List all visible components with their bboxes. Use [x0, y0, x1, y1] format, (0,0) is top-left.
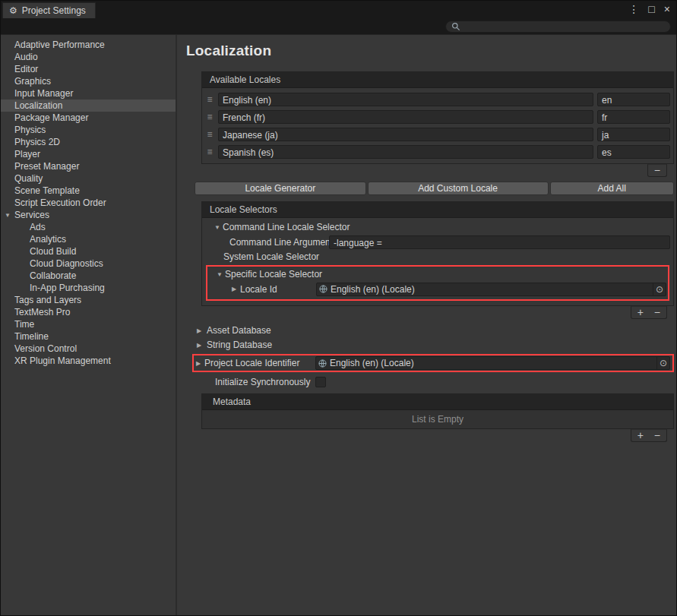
sidebar-item-label: Version Control	[14, 343, 77, 354]
sidebar-item-label: Tags and Layers	[14, 295, 81, 305]
kebab-menu-icon[interactable]: ⋮	[628, 2, 639, 16]
sidebar-item-tags-and-layers[interactable]: Tags and Layers	[1, 294, 176, 306]
titlebar: ⚙ Project Settings ⋮ □ ×	[1, 1, 676, 18]
chevron-right-icon[interactable]: ▶	[196, 360, 204, 367]
sidebar-item-adaptive-performance[interactable]: Adaptive Performance	[1, 39, 176, 51]
drag-handle-icon[interactable]: ≡	[205, 94, 214, 105]
sidebar-item-cloud-diagnostics[interactable]: Cloud Diagnostics	[1, 257, 176, 270]
locale-code-field[interactable]: fr	[597, 110, 670, 124]
locale-asset-icon	[318, 359, 327, 368]
drag-handle-icon[interactable]: ≡	[205, 129, 214, 140]
sidebar-item-in-app-purchasing[interactable]: In-App Purchasing	[1, 282, 176, 294]
close-icon[interactable]: ×	[664, 2, 670, 16]
locale-selectors-list: Locale Selectors ▼ Command Line Locale S…	[201, 201, 674, 306]
sidebar-item-package-manager[interactable]: Package Manager	[1, 112, 176, 124]
metadata-list: Metadata List is Empty	[201, 393, 674, 429]
sidebar-item-script-execution-order[interactable]: Script Execution Order	[1, 197, 176, 209]
tab-title: Project Settings	[22, 5, 86, 16]
locale-code-field[interactable]: ja	[597, 128, 670, 141]
command-line-argument-input[interactable]: -language =	[329, 235, 670, 249]
add-metadata-button[interactable]: +	[637, 430, 644, 441]
add-all-button[interactable]: Add All	[550, 182, 674, 195]
add-custom-locale-button[interactable]: Add Custom Locale	[368, 182, 549, 195]
asset-database-foldout[interactable]: ▶ Asset Database	[197, 324, 674, 337]
tab-project-settings[interactable]: ⚙ Project Settings	[2, 2, 96, 18]
locale-name-field[interactable]: Spanish (es)	[218, 145, 593, 159]
command-line-argument-label: Command Line Argument	[229, 237, 329, 248]
sidebar-item-xr-plugin-management[interactable]: XR Plugin Management	[1, 355, 176, 367]
gear-icon: ⚙	[9, 5, 17, 16]
sidebar-item-preset-manager[interactable]: Preset Manager	[1, 160, 176, 172]
sidebar-item-label: Timeline	[14, 331, 49, 342]
locale-name-field[interactable]: French (fr)	[218, 110, 593, 124]
sidebar-item-physics[interactable]: Physics	[1, 124, 176, 136]
sidebar-item-label: XR Plugin Management	[14, 355, 111, 366]
locale-id-value: English (en) (Locale)	[331, 284, 415, 295]
locale-generator-button[interactable]: Locale Generator	[195, 182, 366, 195]
drag-handle-icon[interactable]: ≡	[205, 147, 214, 157]
sidebar-item-label: Preset Manager	[14, 161, 79, 172]
sidebar-item-cloud-build[interactable]: Cloud Build	[1, 245, 176, 257]
object-picker-icon[interactable]: ⊙	[656, 357, 669, 369]
add-selector-button[interactable]: +	[637, 307, 644, 318]
sidebar-item-collaborate[interactable]: Collaborate	[1, 270, 176, 282]
sidebar-item-time[interactable]: Time	[1, 318, 176, 330]
remove-locale-button[interactable]: −	[654, 165, 660, 176]
remove-metadata-button[interactable]: −	[654, 430, 660, 441]
locale-code-field[interactable]: es	[597, 145, 670, 159]
chevron-right-icon[interactable]: ▶	[232, 286, 240, 292]
sidebar-item-graphics[interactable]: Graphics	[1, 75, 176, 87]
drag-handle-icon[interactable]: ≡	[205, 112, 214, 122]
sidebar-item-label: Cloud Build	[30, 246, 76, 257]
sidebar-item-localization[interactable]: Localization	[1, 100, 176, 112]
sidebar-item-label: Ads	[30, 222, 46, 232]
metadata-header-label: Metadata	[213, 396, 251, 407]
sidebar-item-player[interactable]: Player	[1, 148, 176, 160]
sidebar-item-editor[interactable]: Editor	[1, 63, 176, 75]
locale-selectors-header-label: Locale Selectors	[210, 204, 277, 215]
object-picker-icon[interactable]: ⊙	[653, 283, 666, 295]
page-title: Localization	[186, 43, 674, 59]
sidebar-item-services[interactable]: ▼Services	[1, 209, 176, 221]
string-database-foldout[interactable]: ▶ String Database	[197, 338, 674, 352]
initialize-synchronously-checkbox[interactable]	[315, 377, 326, 387]
locale-row[interactable]: ≡ English (en) en	[205, 90, 670, 108]
locale-selectors-header: Locale Selectors	[202, 202, 673, 218]
locale-code-field[interactable]: en	[597, 93, 670, 106]
sidebar-item-label: Script Execution Order	[14, 197, 106, 208]
sidebar-item-label: Localization	[14, 100, 62, 111]
search-input[interactable]	[464, 22, 665, 31]
locale-name-field[interactable]: English (en)	[218, 93, 593, 106]
project-locale-identifier-object-field[interactable]: English (en) (Locale) ⊙	[315, 356, 670, 370]
sidebar-item-label: Package Manager	[14, 112, 88, 123]
command-line-locale-selector-foldout[interactable]: ▼ Command Line Locale Selector	[205, 220, 670, 234]
sidebar-item-label: Collaborate	[30, 270, 76, 281]
sidebar-item-textmesh-pro[interactable]: TextMesh Pro	[1, 306, 176, 318]
sidebar-item-quality[interactable]: Quality	[1, 172, 176, 185]
locale-row[interactable]: ≡ Japanese (ja) ja	[205, 125, 670, 143]
sidebar-item-version-control[interactable]: Version Control	[1, 343, 176, 355]
sidebar-item-timeline[interactable]: Timeline	[1, 330, 176, 343]
maximize-icon[interactable]: □	[648, 2, 654, 16]
window-body: Adaptive Performance Audio Editor Graphi…	[1, 35, 676, 615]
sidebar-item-input-manager[interactable]: Input Manager	[1, 87, 176, 100]
project-locale-identifier-highlight: ▶ Project Locale Identifier English (en)…	[192, 354, 674, 372]
remove-selector-button[interactable]: −	[654, 307, 660, 318]
sidebar-item-label: Player	[14, 149, 40, 160]
system-locale-selector-row[interactable]: System Locale Selector	[205, 250, 670, 264]
sidebar-item-label: Input Manager	[14, 88, 73, 99]
sidebar-item-ads[interactable]: Ads	[1, 221, 176, 233]
sidebar-item-analytics[interactable]: Analytics	[1, 233, 176, 245]
sidebar-item-label: Audio	[14, 52, 38, 62]
initialize-synchronously-row: Initialize Synchronously	[215, 375, 674, 389]
sidebar-item-scene-template[interactable]: Scene Template	[1, 185, 176, 197]
locale-row[interactable]: ≡ French (fr) fr	[205, 108, 670, 125]
search-field[interactable]	[445, 21, 671, 33]
specific-locale-selector-foldout[interactable]: ▼ Specific Locale Selector	[209, 267, 666, 281]
sidebar-item-audio[interactable]: Audio	[1, 51, 176, 63]
sidebar-item-physics-2d[interactable]: Physics 2D	[1, 136, 176, 148]
locale-row[interactable]: ≡ Spanish (es) es	[205, 143, 670, 160]
foldout-label: Asset Database	[207, 325, 271, 336]
locale-id-object-field[interactable]: English (en) (Locale) ⊙	[316, 283, 666, 296]
locale-name-field[interactable]: Japanese (ja)	[218, 128, 593, 141]
